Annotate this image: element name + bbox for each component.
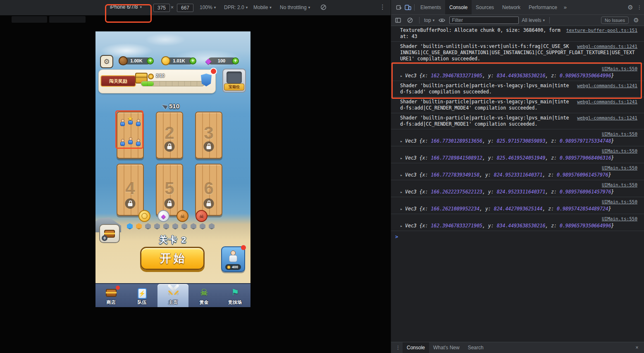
tab-performance[interactable]: Performance	[525, 0, 561, 14]
console-log-entries: texture-buffer-pool.ts:151TextureBufferP…	[391, 26, 644, 231]
device-toolbar-toggle-icon[interactable]	[403, 3, 413, 12]
level-label: 关卡 2	[95, 234, 250, 246]
nav-item-arena-flag[interactable]: ⚑竞技场	[219, 284, 250, 307]
console-toolbar: top ▾ All levels ▾ No Issues ⚙	[391, 15, 644, 26]
expand-triangle-icon[interactable]: ▸	[400, 224, 403, 228]
add-coin-button[interactable]: +	[189, 57, 196, 64]
platform-6[interactable]: 6	[195, 164, 222, 216]
inspect-icon[interactable]	[394, 3, 403, 12]
team-card-icon: ⚡	[138, 288, 147, 299]
device-type-selector[interactable]: Mobile▾	[253, 5, 272, 10]
bottom-nav: 商店⚡队伍主页☠赏金⚑竞技场	[95, 283, 250, 307]
console-log[interactable]: texture-buffer-pool.ts:151TextureBufferP…	[391, 26, 644, 342]
console-context-selector[interactable]: top ▾	[424, 17, 434, 23]
tab-console[interactable]: Console	[445, 0, 472, 14]
skull-bronze-medal-icon: ☠	[177, 210, 188, 222]
object-preview: Vec3 {x: 166.77289841508912, y: 825.4619…	[405, 155, 614, 161]
gem-medal-icon: ◆	[157, 210, 169, 222]
more-tabs-icon[interactable]: »	[561, 4, 569, 10]
tab-sources[interactable]: Sources	[472, 0, 498, 14]
platform-4[interactable]: 4	[117, 164, 144, 216]
device-width-input[interactable]	[153, 4, 170, 12]
no-issues-status[interactable]: No Issues	[601, 17, 629, 24]
expand-triangle-icon[interactable]: ▸	[400, 173, 403, 177]
console-message-text: TextureBufferPool: Allocate chunk 0, siz…	[400, 27, 561, 39]
source-link[interactable]: webgl-commands.ts:1241	[577, 99, 637, 105]
source-link[interactable]: UIMain.ts:550	[400, 66, 637, 72]
game-viewport[interactable]: ⚙ 1.00K+1.01K+◆100+ 闯关奖励 2/10	[95, 31, 250, 307]
notification-dot	[241, 245, 246, 250]
source-link[interactable]: texture-buffer-pool.ts:151	[566, 27, 637, 33]
console-sidebar-icon[interactable]	[394, 16, 403, 25]
source-link[interactable]: webgl-commands.ts:1241	[577, 83, 637, 89]
add-gem-button[interactable]: +	[232, 57, 239, 64]
platform-3[interactable]: 3	[195, 112, 222, 159]
drawer-tab-search[interactable]: Search	[464, 342, 488, 353]
drawer-close-icon[interactable]: ×	[632, 343, 642, 352]
tab-network[interactable]: Network	[498, 0, 525, 14]
clear-console-icon[interactable]	[405, 16, 415, 25]
source-link[interactable]: webgl-commands.ts:1241	[577, 43, 637, 50]
platform-5[interactable]: 5	[156, 164, 183, 216]
console-filter-input[interactable]	[449, 17, 519, 24]
source-link[interactable]: UIMain.ts:550	[400, 216, 637, 222]
console-message: UIMain.ts:550▸Vec3 {x: 166.2622237562212…	[391, 180, 644, 197]
nav-label: 竞技场	[228, 299, 242, 305]
add-wood-button[interactable]: +	[147, 57, 154, 64]
devtools-tabs: ElementsConsoleSourcesNetworkPerformance	[416, 0, 561, 14]
platform-number: 2	[157, 123, 182, 143]
drawer-tab-what-s-new[interactable]: What's New	[429, 342, 464, 353]
console-prompt[interactable]: >	[391, 231, 644, 242]
device-height-input[interactable]	[177, 4, 193, 12]
source-link[interactable]: UIMain.ts:550	[400, 131, 637, 137]
drawer-tab-console[interactable]: Console	[403, 342, 429, 353]
bounty-skull-icon: ☠	[200, 286, 208, 299]
log-level-selector[interactable]: All levels ▾	[522, 17, 545, 23]
live-expression-eye-icon[interactable]	[437, 16, 446, 25]
source-link[interactable]: webgl-commands.ts:1241	[577, 115, 637, 121]
source-link[interactable]: UIMain.ts:550	[400, 199, 637, 205]
progress-dot-gray	[172, 223, 178, 229]
toolbar-more-options-icon[interactable]: ⋮	[379, 3, 386, 11]
source-link[interactable]: UIMain.ts:550	[400, 165, 637, 171]
platform-2[interactable]: 2	[156, 112, 183, 159]
tab-elements[interactable]: Elements	[416, 0, 445, 14]
source-link[interactable]: UIMain.ts:550	[400, 148, 637, 154]
console-message-text: ▸Vec3 {x: 162.39467833271905, y: 834.449…	[400, 223, 614, 229]
nav-item-team-card[interactable]: ⚡队伍	[126, 284, 157, 307]
lock-icon	[165, 198, 175, 209]
platform-number: 4	[117, 179, 143, 198]
expand-triangle-icon[interactable]: ▸	[400, 207, 403, 211]
dpr-selector[interactable]: DPR: 2.0▾	[224, 5, 248, 10]
web-page-background: ⚙ 1.00K+1.01K+◆100+ 闯关奖励 2/10	[0, 15, 391, 353]
expand-triangle-icon[interactable]: ▸	[400, 74, 403, 78]
device-emulation-toolbar: iPhone 6/7/8 ▾ × 100%▾ DPR: 2.0▾ Mobile▾…	[0, 0, 391, 16]
console-message: webgl-commands.ts:1241Shader 'builtin-pa…	[391, 113, 644, 129]
drawer-menu-icon[interactable]: ⋮	[394, 343, 403, 352]
throttling-selector[interactable]: No throttling▾	[280, 5, 310, 10]
nav-label: 队伍	[138, 299, 147, 305]
block-icon[interactable]	[320, 4, 327, 12]
device-selector[interactable]: iPhone 6/7/8 ▾	[110, 4, 142, 10]
nav-item-shop-chest[interactable]: 商店	[95, 284, 126, 307]
object-preview: Vec3 {x: 166.2621089952234, y: 824.44270…	[405, 206, 611, 212]
console-settings-icon[interactable]: ⚙	[632, 16, 641, 25]
settings-gear-icon[interactable]: ⚙	[626, 3, 635, 12]
devtools-menu-icon[interactable]: ⋮	[635, 3, 644, 12]
dropdown-caret-icon: ▾	[246, 5, 248, 10]
card-pack-button[interactable]: 400	[221, 246, 245, 272]
console-message: UIMain.ts:550▸Vec3 {x: 162.3946783327190…	[391, 214, 644, 231]
nav-item-bounty-skull[interactable]: ☠赏金	[188, 284, 219, 307]
zoom-selector[interactable]: 100%▾	[200, 5, 216, 10]
expand-triangle-icon[interactable]: ▸	[400, 190, 403, 194]
platform-1[interactable]: ★	[117, 112, 144, 159]
device-selector-label: iPhone 6/7/8	[110, 4, 138, 10]
source-link[interactable]: UIMain.ts:550	[400, 182, 637, 188]
console-message: UIMain.ts:550▸Vec3 {x: 166.7727839349158…	[391, 163, 644, 180]
nav-item-home-swords[interactable]: 主页	[157, 284, 188, 307]
expand-triangle-icon[interactable]: ▸	[400, 156, 403, 160]
zoom-label: 100%	[200, 5, 212, 10]
page-element	[12, 16, 47, 23]
expand-triangle-icon[interactable]: ▸	[400, 139, 403, 143]
start-button[interactable]: 开始	[140, 247, 205, 270]
